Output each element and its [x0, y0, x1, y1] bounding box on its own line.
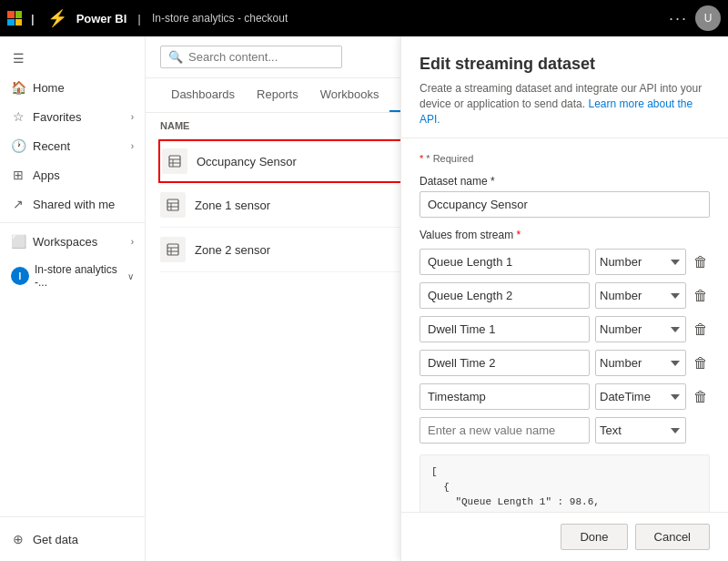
sidebar-get-data[interactable]: ⊕ Get data — [0, 525, 145, 554]
panel-footer: Done Cancel — [401, 512, 728, 561]
workspace-icon: ⬜ — [11, 234, 25, 249]
stream-field-type-select[interactable]: Number DateTime Text Boolean — [595, 350, 686, 376]
main-layout: ☰ 🏠 Home ☆ Favorites › 🕐 Recent › ⊞ Apps — [0, 36, 728, 561]
workspace-dot: I — [11, 267, 29, 285]
chevron-right-icon: › — [131, 237, 134, 247]
sidebar-home-label: Home — [33, 81, 65, 95]
sidebar-shared-label: Shared with me — [33, 198, 115, 211]
sidebar-workspace-item[interactable]: I In-store analytics -... ∨ — [0, 256, 145, 296]
sidebar-nav: ☰ 🏠 Home ☆ Favorites › 🕐 Recent › ⊞ Apps — [0, 36, 145, 303]
stream-field-type-select[interactable]: Number DateTime Text Boolean — [595, 249, 686, 275]
grid-icon: ⊞ — [11, 168, 25, 182]
sidebar-divider — [0, 222, 145, 223]
get-data-label: Get data — [33, 533, 78, 546]
svg-rect-0 — [169, 156, 180, 167]
required-label: * * Required — [420, 153, 710, 164]
new-value-type-select[interactable]: Text Number DateTime Boolean — [595, 417, 686, 444]
sidebar-item-favorites[interactable]: ☆ Favorites › — [0, 102, 145, 131]
sidebar-item-workspaces[interactable]: ⬜ Workspaces › — [0, 227, 145, 256]
topbar-right: ··· U — [669, 5, 721, 31]
panel-title: Edit streaming dataset — [420, 55, 710, 74]
sidebar-item-recent[interactable]: 🕐 Recent › — [0, 131, 145, 160]
edit-panel: Edit streaming dataset Create a streamin… — [400, 36, 728, 561]
stream-field-row: Number DateTime Text Boolean 🗑 — [420, 316, 710, 342]
stream-field-name-input[interactable] — [420, 249, 590, 275]
tab-workbooks[interactable]: Workbooks — [309, 78, 390, 112]
microsoft-logo — [7, 11, 22, 26]
dataset-icon — [160, 237, 186, 262]
sidebar-recent-label: Recent — [33, 139, 70, 153]
search-icon: 🔍 — [168, 50, 183, 64]
sidebar-item-shared[interactable]: ↗ Shared with me — [0, 189, 145, 219]
sidebar: ☰ 🏠 Home ☆ Favorites › 🕐 Recent › ⊞ Apps — [0, 36, 146, 561]
panel-header: Edit streaming dataset Create a streamin… — [401, 36, 728, 138]
dataset-name-label: Dataset name * — [420, 175, 710, 188]
new-value-row: Text Number DateTime Boolean 🗑 — [420, 417, 710, 444]
home-icon: 🏠 — [11, 80, 25, 95]
stream-field-name-input[interactable] — [420, 350, 590, 376]
content-area: 🔍 + New Dashboards Reports Workbooks Dat… — [146, 36, 728, 561]
share-icon: ↗ — [11, 197, 25, 211]
stream-field-row: Number DateTime Text Boolean 🗑 — [420, 383, 710, 410]
app-name: Power BI — [76, 12, 127, 26]
stream-delete-btn[interactable]: 🗑 — [692, 252, 710, 272]
sidebar-item-apps[interactable]: ⊞ Apps — [0, 160, 145, 189]
sidebar-menu-button[interactable]: ☰ — [0, 44, 145, 73]
tab-dashboards[interactable]: Dashboards — [160, 78, 246, 112]
stream-field-type-select[interactable]: Number DateTime Text Boolean — [595, 383, 686, 410]
stream-field-row: Number DateTime Text Boolean 🗑 — [420, 350, 710, 376]
stream-required-mark: * — [516, 229, 521, 241]
panel-body: * * Required Dataset name * Values from … — [401, 138, 728, 512]
stream-delete-btn[interactable]: 🗑 — [692, 353, 710, 373]
window-title: In-store analytics - checkout — [152, 12, 288, 25]
chevron-down-icon: ∨ — [127, 271, 134, 281]
stream-field-name-input[interactable] — [420, 316, 590, 342]
svg-rect-8 — [167, 244, 178, 255]
dataset-name-input[interactable] — [420, 191, 710, 218]
dataset-icon — [160, 192, 186, 218]
cancel-button[interactable]: Cancel — [635, 524, 710, 550]
sidebar-apps-label: Apps — [33, 168, 60, 182]
more-options-button[interactable]: ··· — [669, 9, 688, 28]
star-icon: ☆ — [11, 109, 25, 124]
sidebar-workspaces-label: Workspaces — [33, 235, 97, 249]
tab-reports[interactable]: Reports — [246, 78, 309, 112]
sidebar-bottom: ⊕ Get data — [0, 516, 145, 561]
stream-fields: Number DateTime Text Boolean 🗑 Number Da… — [420, 249, 710, 410]
search-input[interactable] — [188, 50, 334, 64]
stream-field-row: Number DateTime Text Boolean 🗑 — [420, 282, 710, 309]
stream-field-type-select[interactable]: Number DateTime Text Boolean — [595, 282, 686, 309]
stream-field-type-select[interactable]: Number DateTime Text Boolean — [595, 316, 686, 342]
svg-rect-4 — [167, 199, 178, 210]
stream-field-name-input[interactable] — [420, 282, 590, 309]
stream-delete-btn[interactable]: 🗑 — [692, 320, 710, 340]
workspace-name: In-store analytics -... — [35, 263, 122, 289]
topbar: | ⚡ Power BI | In-store analytics - chec… — [0, 0, 728, 36]
new-value-input[interactable] — [420, 417, 590, 444]
stream-delete-btn[interactable]: 🗑 — [692, 286, 710, 306]
plus-icon: ⊕ — [11, 532, 25, 546]
chevron-right-icon: › — [131, 112, 134, 122]
stream-field-name-input[interactable] — [420, 383, 590, 410]
panel-description: Create a streaming dataset and integrate… — [420, 81, 710, 127]
sidebar-item-home[interactable]: 🏠 Home — [0, 73, 145, 102]
done-button[interactable]: Done — [561, 524, 627, 550]
json-preview: [ { "Queue Length 1" : 98.6, "Queue Leng… — [420, 454, 710, 512]
stream-values-label: Values from stream * — [420, 229, 710, 241]
topbar-logo: | ⚡ Power BI | In-store analytics - chec… — [7, 8, 288, 28]
stream-delete-btn[interactable]: 🗑 — [692, 387, 710, 407]
hamburger-icon: ☰ — [11, 51, 25, 66]
stream-field-row: Number DateTime Text Boolean 🗑 — [420, 249, 710, 275]
dataset-icon — [162, 148, 187, 174]
chevron-right-icon: › — [131, 141, 134, 151]
sidebar-favorites-label: Favorites — [33, 110, 81, 124]
clock-icon: 🕐 — [11, 138, 25, 153]
avatar[interactable]: U — [695, 5, 721, 31]
powerbi-icon: ⚡ — [47, 8, 67, 28]
search-box[interactable]: 🔍 — [160, 46, 342, 68]
